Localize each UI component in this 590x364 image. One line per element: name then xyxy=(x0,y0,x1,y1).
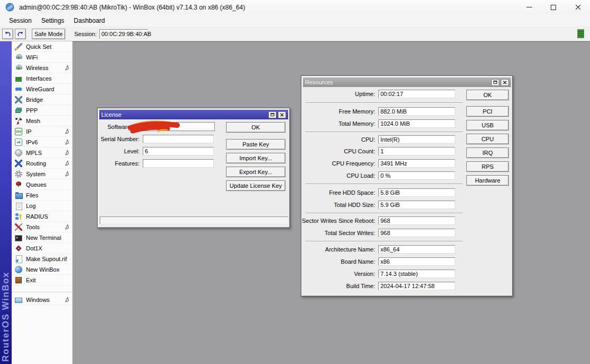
board-name-field[interactable]: x86 xyxy=(378,257,455,266)
free-memory-label: Free Memory: xyxy=(301,108,378,115)
redo-button[interactable] xyxy=(15,29,26,39)
wireguard-icon xyxy=(15,85,22,93)
sidebar-item-queues[interactable]: Queues xyxy=(12,179,72,190)
total-memory-field[interactable]: 1024.0 MiB xyxy=(378,119,455,128)
dialog-maximize-button[interactable] xyxy=(268,111,276,118)
free-hdd-space-field[interactable]: 5.8 GiB xyxy=(378,188,455,197)
sidebar: Quick Set WiFi Wireless xyxy=(12,41,73,364)
total-sector-writes-field[interactable]: 968 xyxy=(378,229,455,237)
cpu-count-field[interactable]: 1 xyxy=(378,147,455,155)
cpu-button[interactable]: CPU xyxy=(466,134,509,144)
cpu-frequency-label: CPU Frequency: xyxy=(301,160,378,167)
close-icon xyxy=(575,4,581,10)
submenu-arrow-icon xyxy=(64,149,70,156)
sidebar-item-wireguard[interactable]: WireGuard xyxy=(12,84,72,94)
menu-settings[interactable]: Settings xyxy=(37,15,69,26)
minimize-button[interactable] xyxy=(517,0,541,14)
sidebar-item-mesh[interactable]: Mesh xyxy=(12,116,72,126)
sidebar-item-new-winbox[interactable]: New WinBox xyxy=(12,264,72,275)
queues-icon xyxy=(15,181,22,188)
cpu-load-label: CPU Load: xyxy=(301,172,378,179)
close-button[interactable] xyxy=(566,0,590,14)
sidebar-item-ipv6[interactable]: v6 IPv6 xyxy=(12,137,72,148)
rps-button[interactable]: RPS xyxy=(466,161,509,172)
wifi-icon xyxy=(15,54,22,61)
sidebar-item-tools[interactable]: Tools xyxy=(12,222,72,232)
build-time-field[interactable]: 2024-04-17 12:47:58 xyxy=(378,282,455,290)
maximize-button[interactable] xyxy=(541,0,566,14)
dialog-close-button[interactable] xyxy=(501,79,509,86)
software-id-field[interactable] xyxy=(143,122,215,131)
export-key-button[interactable]: Export Key... xyxy=(226,167,285,177)
sidebar-item-mpls[interactable]: MPLS xyxy=(12,148,72,158)
sidebar-separator xyxy=(12,285,72,292)
features-label: Features: xyxy=(100,160,143,167)
tools-icon xyxy=(15,223,22,231)
sidebar-item-system[interactable]: System xyxy=(12,169,72,179)
sector-writes-since-reboot-field[interactable]: 968 xyxy=(378,216,455,225)
submenu-arrow-icon xyxy=(64,160,70,167)
sidebar-item-ip[interactable]: 255 IP xyxy=(12,126,72,137)
minimize-icon xyxy=(526,7,532,7)
resources-dialog-titlebar[interactable]: Resources xyxy=(303,77,511,87)
cpu-frequency-field[interactable]: 3491 MHz xyxy=(378,159,455,168)
close-icon xyxy=(503,81,507,84)
irq-button[interactable]: IRQ xyxy=(466,148,509,158)
sidebar-item-routing[interactable]: Routing xyxy=(12,158,72,169)
sidebar-item-make-supout-rif[interactable]: Make Supout.rif xyxy=(12,254,72,264)
supout-icon xyxy=(15,255,22,263)
software-id-label: Software ID: xyxy=(100,124,143,130)
sidebar-item-quick-set[interactable]: Quick Set xyxy=(12,41,72,52)
sidebar-item-files[interactable]: Files xyxy=(12,190,72,201)
paste-key-button[interactable]: Paste Key xyxy=(226,139,285,150)
sidebar-item-wireless[interactable]: Wireless xyxy=(12,63,72,73)
sidebar-item-ppp[interactable]: PPP xyxy=(12,105,72,116)
dialog-maximize-button[interactable] xyxy=(491,79,499,86)
architecture-name-field[interactable]: x86_64 xyxy=(378,245,455,254)
usb-button[interactable]: USB xyxy=(466,120,509,131)
pci-button[interactable]: PCI xyxy=(466,106,509,117)
hardware-button[interactable]: Hardware xyxy=(466,175,509,186)
wand-icon xyxy=(15,43,22,50)
toolbar: Safe Mode Session: 00:0C:29:9B:40:AB xyxy=(0,27,590,41)
cpu-field[interactable]: Intel(R) xyxy=(378,135,455,144)
dialog-close-button[interactable] xyxy=(278,111,286,118)
sidebar-item-dot1x[interactable]: Dot1X xyxy=(12,243,72,254)
window-title: admin@00:0C:29:9B:40:AB (MikroTik) - Win… xyxy=(19,4,245,11)
free-memory-field[interactable]: 882.0 MiB xyxy=(378,107,455,116)
level-field[interactable]: 6 xyxy=(143,147,214,155)
total-sector-writes-label: Total Sector Writes: xyxy=(301,230,378,236)
features-field[interactable] xyxy=(143,159,214,168)
separator xyxy=(306,184,463,185)
sidebar-item-windows[interactable]: Windows xyxy=(12,294,72,305)
safe-mode-button[interactable]: Safe Mode xyxy=(32,29,65,39)
serial-number-field[interactable] xyxy=(143,135,214,143)
license-dialog-titlebar[interactable]: License xyxy=(99,110,288,119)
separator xyxy=(306,132,463,133)
sidebar-item-log[interactable]: Log xyxy=(12,201,72,211)
maximize-icon xyxy=(493,81,497,84)
undo-button[interactable] xyxy=(2,29,13,39)
menu-session[interactable]: Session xyxy=(4,15,37,26)
session-field[interactable]: 00:0C:29:9B:40:AB xyxy=(99,29,148,39)
sidebar-item-new-terminal[interactable]: New Terminal xyxy=(12,232,72,243)
import-key-button[interactable]: Import Key... xyxy=(226,153,285,163)
uptime-field[interactable]: 00:02:17 xyxy=(378,90,455,98)
ok-button[interactable]: OK xyxy=(226,122,285,133)
license-dialog: License Software ID: Serial Number: Leve… xyxy=(97,108,290,228)
sidebar-item-bridge[interactable]: Bridge xyxy=(12,94,72,105)
cpu-load-field[interactable]: 0 % xyxy=(378,171,455,180)
sidebar-item-exit[interactable]: Exit xyxy=(12,275,72,285)
mesh-icon xyxy=(15,117,22,125)
cpu-count-label: CPU Count: xyxy=(301,148,378,154)
sidebar-item-radius[interactable]: RADIUS xyxy=(12,211,72,222)
ok-button[interactable]: OK xyxy=(466,90,509,100)
window-titlebar[interactable]: admin@00:0C:29:9B:40:AB (MikroTik) - Win… xyxy=(0,0,590,14)
menu-bar: Session Settings Dashboard xyxy=(0,14,590,27)
sidebar-item-wifi[interactable]: WiFi xyxy=(12,52,72,63)
version-field[interactable]: 7.14.3 (stable) xyxy=(378,270,455,278)
total-hdd-size-field[interactable]: 5.9 GiB xyxy=(378,201,455,209)
update-license-key-button[interactable]: Update License Key xyxy=(226,180,285,191)
sidebar-item-interfaces[interactable]: Interfaces xyxy=(12,73,72,84)
menu-dashboard[interactable]: Dashboard xyxy=(69,15,110,26)
